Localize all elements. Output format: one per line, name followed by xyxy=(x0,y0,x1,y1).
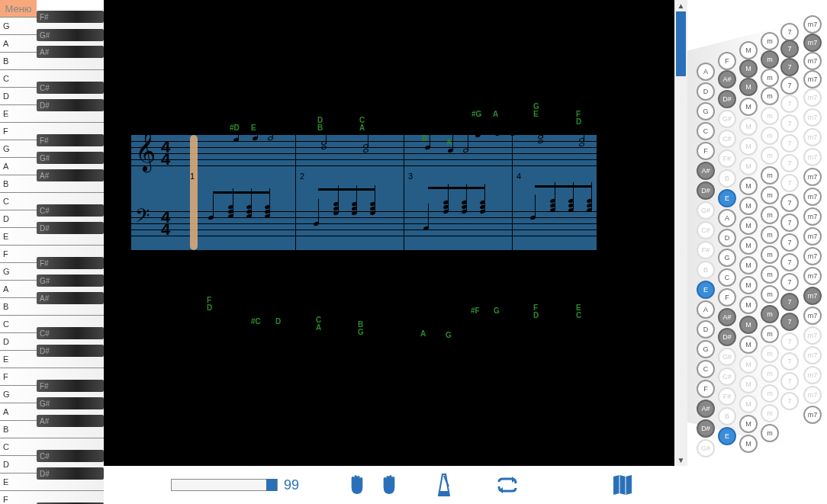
accordion-button-m[interactable]: m xyxy=(761,50,779,69)
accordion-button-m[interactable]: m xyxy=(761,265,779,284)
accordion-button-m[interactable]: m xyxy=(761,87,779,105)
accordion-button-m[interactable]: M xyxy=(739,395,758,413)
metronome-button[interactable] xyxy=(432,471,456,499)
piano-key-dsharp[interactable]: D# xyxy=(37,222,104,234)
accordion-button-m[interactable]: M xyxy=(739,98,758,116)
accordion-button-m7[interactable]: m7 xyxy=(803,267,822,285)
accordion-button-gsharp[interactable]: G# xyxy=(718,348,736,366)
piano-key-csharp[interactable]: C# xyxy=(37,82,104,94)
accordion-button-m7[interactable]: m7 xyxy=(803,108,822,127)
loop-button[interactable] xyxy=(494,471,519,499)
accordion-button-csharp[interactable]: C# xyxy=(718,368,736,386)
accordion-button-m7[interactable]: m7 xyxy=(803,326,822,345)
accordion-button-7[interactable]: 7 xyxy=(780,95,799,113)
scroll-thumb[interactable] xyxy=(676,11,686,76)
left-hand-button[interactable] xyxy=(345,471,369,499)
accordion-button-m7[interactable]: m7 xyxy=(803,88,822,107)
accordion-button-7[interactable]: 7 xyxy=(780,313,799,331)
accordion-button-7[interactable]: 7 xyxy=(780,213,799,232)
accordion-button-m7[interactable]: m7 xyxy=(803,406,822,424)
accordion-button-m7[interactable]: m7 xyxy=(803,346,822,364)
accordion-button-m[interactable]: m xyxy=(761,424,779,442)
accordion-button-7[interactable]: 7 xyxy=(780,253,799,271)
accordion-button-m[interactable]: m xyxy=(761,345,779,363)
accordion-button-b[interactable]: B xyxy=(697,261,715,279)
piano-key-gsharp[interactable]: G# xyxy=(37,397,104,409)
accordion-button-m7[interactable]: m7 xyxy=(803,207,822,226)
map-button[interactable] xyxy=(610,471,635,499)
accordion-button-g[interactable]: G xyxy=(718,249,736,267)
accordion-button-m[interactable]: m xyxy=(761,384,779,403)
accordion-button-m[interactable]: m xyxy=(761,69,779,87)
accordion-button-m[interactable]: m xyxy=(761,325,779,343)
accordion-button-m7[interactable]: m7 xyxy=(803,287,822,305)
accordion-button-m[interactable]: M xyxy=(739,355,758,374)
accordion-button-fsharp[interactable]: F# xyxy=(718,387,736,406)
accordion-button-dsharp[interactable]: D# xyxy=(697,181,715,200)
score-view[interactable]: 𝄞 𝄢 44 44 1 2 3 4 xyxy=(104,0,674,466)
playback-cursor[interactable] xyxy=(190,135,198,250)
accordion-button-asharp[interactable]: A# xyxy=(718,308,736,326)
accordion-button-m7[interactable]: m7 xyxy=(803,148,822,166)
accordion-button-m[interactable]: m xyxy=(761,32,779,50)
accordion-button-m[interactable]: M xyxy=(739,177,758,195)
accordion-button-7[interactable]: 7 xyxy=(780,134,799,152)
accordion-button-m[interactable]: M xyxy=(739,41,758,59)
accordion-button-dsharp[interactable]: D# xyxy=(718,328,736,346)
accordion-button-b[interactable]: B xyxy=(718,407,736,425)
accordion-button-a[interactable]: A xyxy=(718,209,736,227)
scroll-down-icon[interactable]: ▼ xyxy=(674,454,687,466)
accordion-button-fsharp[interactable]: F# xyxy=(718,149,736,168)
accordion-button-m[interactable]: m xyxy=(761,226,779,244)
piano-key-fsharp[interactable]: F# xyxy=(37,257,104,269)
piano-key-asharp[interactable]: A# xyxy=(37,169,104,181)
accordion-button-7[interactable]: 7 xyxy=(780,194,799,212)
accordion-button-csharp[interactable]: C# xyxy=(718,130,736,148)
accordion-button-m7[interactable]: m7 xyxy=(803,168,822,186)
accordion-button-m[interactable]: m xyxy=(761,364,779,383)
accordion-button-csharp[interactable]: C# xyxy=(697,221,715,239)
piano-key-csharp[interactable]: C# xyxy=(37,327,104,339)
accordion-button-m[interactable]: M xyxy=(739,137,758,156)
accordion-button-m[interactable]: m xyxy=(761,166,779,185)
accordion-button-a[interactable]: A xyxy=(697,63,715,81)
accordion-button-m[interactable]: M xyxy=(739,236,758,255)
accordion-button-m[interactable]: M xyxy=(739,59,758,78)
accordion-button-m[interactable]: M xyxy=(739,256,758,274)
accordion-button-m7[interactable]: m7 xyxy=(803,188,822,206)
score-scrollbar[interactable]: ▲ ▼ xyxy=(674,0,687,466)
accordion-button-e[interactable]: E xyxy=(718,427,736,445)
accordion-button-m[interactable]: m xyxy=(761,305,779,323)
piano-key-asharp[interactable]: A# xyxy=(37,415,104,427)
accordion-button-g[interactable]: G xyxy=(697,340,715,358)
accordion-button-e[interactable]: E xyxy=(718,189,736,207)
accordion-button-c[interactable]: C xyxy=(718,268,736,287)
accordion-button-c[interactable]: C xyxy=(697,122,715,140)
accordion-button-m7[interactable]: m7 xyxy=(803,34,822,52)
right-hand-button[interactable] xyxy=(377,471,401,499)
piano-key-fsharp[interactable]: F# xyxy=(37,134,104,146)
accordion-button-a[interactable]: A xyxy=(697,300,715,319)
accordion-button-d[interactable]: D xyxy=(697,82,715,101)
accordion-button-m[interactable]: M xyxy=(739,435,758,453)
accordion-button-m[interactable]: m xyxy=(761,285,779,303)
accordion-button-m[interactable]: M xyxy=(739,117,758,136)
piano-key-fsharp[interactable]: F# xyxy=(37,11,104,23)
accordion-button-7[interactable]: 7 xyxy=(780,332,799,351)
accordion-button-7[interactable]: 7 xyxy=(780,372,799,390)
accordion-button-m[interactable]: M xyxy=(739,217,758,235)
tempo-slider[interactable] xyxy=(171,479,278,491)
accordion-button-7[interactable]: 7 xyxy=(780,114,799,133)
accordion-button-7[interactable]: 7 xyxy=(780,233,799,252)
accordion-button-m[interactable]: M xyxy=(739,197,758,215)
accordion-button-7[interactable]: 7 xyxy=(780,23,799,41)
accordion-button-m7[interactable]: m7 xyxy=(803,15,822,34)
piano-key-dsharp[interactable]: D# xyxy=(37,467,104,480)
piano-key-asharp[interactable]: A# xyxy=(37,46,104,58)
accordion-button-m[interactable]: M xyxy=(739,415,758,433)
accordion-button-7[interactable]: 7 xyxy=(780,174,799,192)
accordion-button-7[interactable]: 7 xyxy=(780,58,799,76)
accordion-button-7[interactable]: 7 xyxy=(780,76,799,95)
accordion-button-asharp[interactable]: A# xyxy=(697,162,715,180)
piano-key-asharp[interactable]: A# xyxy=(37,292,104,304)
